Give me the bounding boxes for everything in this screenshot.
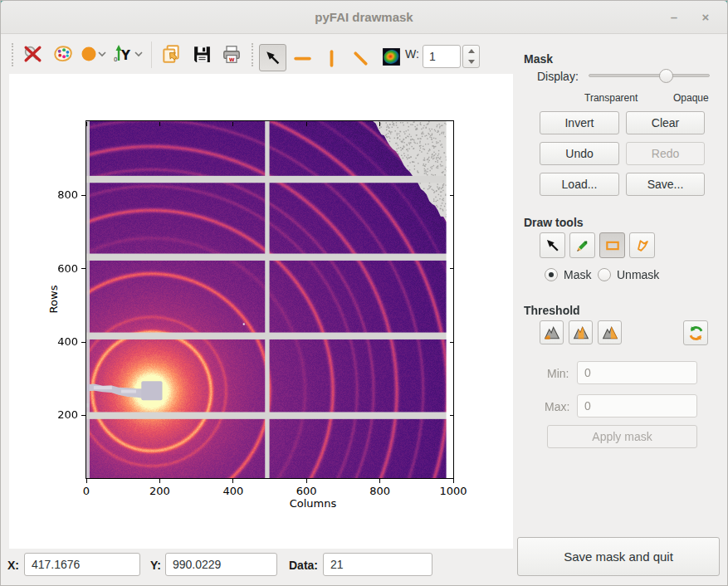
spinbox-arrows (462, 45, 480, 68)
x-coord-field[interactable]: 417.1676 (24, 553, 140, 576)
clear-button[interactable]: Clear (626, 111, 705, 134)
toolbar-drag-handle[interactable] (252, 43, 253, 66)
y-tick-right (450, 195, 454, 196)
x-tick-top (453, 122, 454, 126)
display-label: Display: (537, 70, 579, 83)
x-tick (159, 479, 160, 483)
x-coord-label: X: (7, 559, 19, 572)
transparent-label: Transparent (584, 92, 638, 104)
vertical-profile-icon[interactable] (320, 46, 342, 71)
pointer-tool-button[interactable] (540, 232, 565, 258)
svg-text:Y: Y (120, 48, 131, 63)
zoom-reset-icon[interactable] (22, 42, 43, 66)
pencil-tool-button[interactable] (569, 232, 595, 258)
x-tick-top (232, 122, 233, 126)
x-tick (306, 479, 307, 483)
polygon-icon (634, 237, 651, 254)
undo-button[interactable]: Undo (540, 142, 619, 165)
copy-icon[interactable] (160, 42, 182, 66)
x-tick-top (306, 122, 307, 126)
pencil-icon (574, 237, 591, 254)
mask-radio-label: Mask (564, 268, 591, 281)
y-tick-right (450, 342, 454, 343)
y-axis-label: Rows (47, 279, 60, 320)
x-tick-label: 1000 (437, 485, 470, 497)
x-tick (86, 479, 87, 483)
threshold-between-button[interactable] (569, 320, 593, 344)
threshold-below-button[interactable] (540, 320, 564, 344)
data-value-field[interactable]: 21 (323, 553, 432, 576)
save-button[interactable]: Save... (626, 173, 705, 196)
draw-tools-title: Draw tools (524, 216, 584, 229)
chevron-down-icon[interactable] (134, 42, 144, 66)
threshold-between-icon (573, 325, 589, 341)
threshold-title: Threshold (524, 304, 580, 317)
toolbar-drag-handle[interactable] (12, 43, 13, 66)
invert-button[interactable]: Invert (540, 111, 619, 134)
x-tick-top (159, 122, 160, 126)
x-tick-label: 800 (364, 485, 397, 497)
rectangle-tool-button[interactable] (599, 232, 625, 258)
min-label: Min: (547, 367, 569, 380)
titlebar: pyFAI drawmask – × (1, 1, 727, 34)
redo-button[interactable]: Redo (626, 142, 705, 165)
spin-up-button[interactable] (463, 46, 479, 56)
polygon-tool-button[interactable] (629, 232, 655, 258)
svg-text:0: 0 (114, 56, 117, 63)
minimize-button[interactable]: – (664, 7, 684, 27)
threshold-above-icon (602, 325, 618, 341)
close-button[interactable]: × (696, 7, 716, 27)
slider-handle[interactable] (659, 69, 673, 83)
pointer-icon (264, 49, 282, 67)
app-window: pyFAI drawmask – × (0, 0, 728, 586)
colormap-palette-icon[interactable] (52, 42, 74, 66)
threshold-above-button[interactable] (598, 320, 622, 344)
apply-mask-button[interactable]: Apply mask (547, 425, 697, 448)
radio-dot (549, 272, 554, 277)
x-tick-label: 400 (217, 485, 250, 497)
horizontal-profile-icon[interactable] (291, 46, 313, 71)
x-tick-label: 600 (290, 485, 323, 497)
x-tick (232, 479, 233, 483)
max-field[interactable]: 0 (577, 394, 697, 418)
y-coord-label: Y: (150, 559, 161, 572)
x-tick (453, 479, 454, 483)
save-mask-quit-button[interactable]: Save mask and quit (517, 537, 720, 576)
max-label: Max: (545, 400, 569, 413)
y-tick (81, 268, 86, 269)
diffraction-canvas[interactable] (86, 121, 453, 478)
opaque-label: Opaque (673, 92, 709, 104)
y-tick-label: 400 (46, 335, 78, 348)
y-tick-label: 200 (46, 408, 78, 421)
refresh-histogram-button[interactable] (683, 320, 708, 345)
min-field[interactable]: 0 (577, 361, 697, 384)
rectangle-icon (604, 237, 621, 254)
window-title: pyFAI drawmask (1, 10, 727, 24)
y-tick (81, 342, 86, 343)
x-tick-label: 0 (70, 485, 103, 497)
y-tick (81, 415, 86, 416)
y-tick-right (450, 268, 454, 269)
toolbar: 0 Y (1, 35, 511, 75)
diagonal-profile-icon[interactable] (349, 46, 371, 71)
unmask-radio[interactable] (598, 268, 611, 281)
unmask-radio-label: Unmask (617, 268, 659, 281)
image-profile-icon[interactable] (380, 44, 402, 69)
x-tick-top (379, 122, 380, 126)
flip-y-axis-icon[interactable]: 0 Y (112, 42, 134, 66)
x-tick-label: 200 (143, 485, 176, 497)
mask-opacity-slider[interactable] (589, 74, 710, 77)
y-tick-label: 600 (46, 262, 78, 275)
chevron-down-icon[interactable] (97, 42, 107, 66)
y-coord-field[interactable]: 990.0229 (165, 553, 277, 576)
toolbar-separator (151, 42, 152, 68)
pointer-mode-button[interactable] (259, 44, 286, 71)
spin-down-button[interactable] (463, 56, 479, 67)
save-icon[interactable] (191, 42, 213, 66)
x-tick (379, 479, 380, 483)
load-button[interactable]: Load... (540, 173, 619, 196)
mask-radio[interactable] (545, 268, 558, 281)
profile-width-spinbox[interactable]: 1 (423, 45, 461, 68)
data-value-label: Data: (289, 559, 318, 572)
print-icon[interactable]: w (221, 42, 242, 66)
